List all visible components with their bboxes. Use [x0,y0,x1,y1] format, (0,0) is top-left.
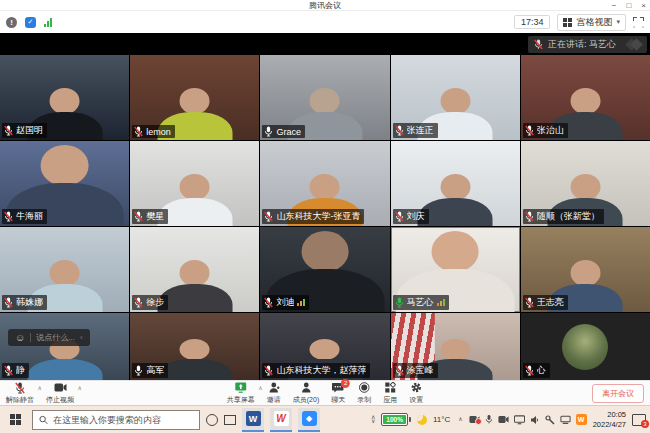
participant-tile[interactable]: Grace [260,55,389,140]
members-label: 成员(20) [293,395,319,405]
taskbar-app-word[interactable]: W [242,408,264,432]
unmute-label: 解除静音 [6,395,34,405]
weather-moon-icon[interactable] [417,415,427,425]
hidden-icons-chevron[interactable]: ∧ [458,418,462,422]
tencent-meeting-window: 腾讯会议 − □ × ! ✓ 17:34 宫格视图 ▾ [0,0,650,433]
display-tray-icon[interactable] [514,415,525,425]
quick-chat-overlay[interactable]: ☺ 说点什么... ‹ [8,329,90,346]
task-view-icon [224,415,236,425]
camera-tray-icon[interactable] [498,415,509,424]
participant-name: 马艺心 [407,296,434,309]
mic-tray-icon[interactable] [485,414,493,425]
search-icon [39,415,48,425]
taskbar-search[interactable] [32,410,200,430]
participant-name: 樊星 [146,210,164,223]
word-icon: W [246,411,261,426]
camera-options-chevron[interactable]: ∧ [78,384,82,391]
wps-cloud-tray-icon[interactable]: W [576,414,587,425]
participant-tile[interactable]: lemon [130,55,259,140]
participant-tile[interactable]: 徐步 [130,227,259,312]
battery-indicator[interactable]: 100% [381,413,411,426]
search-input[interactable] [53,415,193,425]
share-options-chevron[interactable]: ∧ [258,384,262,391]
scroll-chevrons-icon[interactable]: ∧∨ [371,416,375,423]
participant-name: 刘庆 [407,210,425,223]
participant-name: 山东科技大学-张亚青 [276,210,360,223]
meeting-top-toolbar: ! ✓ 17:34 宫格视图 ▾ [0,11,650,33]
temperature-label[interactable]: 11°C [433,415,450,424]
participant-tile[interactable]: 心 [521,313,650,380]
maximize-button[interactable]: □ [626,2,631,10]
chat-icon: 2 [332,382,344,394]
participant-tile[interactable]: 马艺心 [391,227,520,312]
members-button[interactable]: 成员(20) [293,382,319,405]
layout-switcher-label: 宫格视图 [576,16,612,29]
participant-video-placeholder [157,177,232,226]
name-label-bar: 王志亮 [523,295,568,310]
task-view-button[interactable] [224,409,236,431]
participant-tile[interactable]: 王志亮 [521,227,650,312]
taskbar-app-wps[interactable]: W [270,408,292,432]
participant-name: 心 [537,364,546,377]
participant-tile[interactable]: 樊星 [130,141,259,226]
participant-tile[interactable]: 刘迪 [260,227,389,312]
participant-tile[interactable]: 高军 [130,313,259,380]
close-button[interactable]: × [641,2,646,10]
action-center-button[interactable]: 3 [632,414,646,426]
leave-meeting-button[interactable]: 离开会议 [592,384,644,403]
settings-button[interactable]: 设置 [409,382,423,405]
minimize-button[interactable]: − [612,2,617,10]
meeting-actions-group: 共享屏幕 ∧ 邀请 [227,382,423,405]
participant-tile[interactable]: 刘庆 [391,141,520,226]
meeting-logo-watermark-icon [627,40,641,49]
mic-options-chevron[interactable]: ∧ [38,384,42,391]
view-controls-group: 17:34 宫格视图 ▾ [514,14,644,31]
record-icon [359,382,370,394]
chat-button[interactable]: 2 聊天 [331,382,345,405]
apps-label: 应用 [383,395,397,405]
participant-tile[interactable]: 随顺（张新堂） [521,141,650,226]
name-label-bar: lemon [132,125,175,138]
participant-tile[interactable]: 韩姝娜 [0,227,129,312]
record-label: 录制 [357,395,371,405]
protection-icon[interactable]: ✓ [25,17,36,28]
mic-status-icon [4,297,13,308]
video-area: 正在讲话: 马艺心 赵国明 [0,33,650,380]
video-grid: 赵国明 lemon [0,55,650,380]
taskbar-clock[interactable]: 20:05 2022/4/27 [593,410,626,429]
unmute-button[interactable]: 解除静音 ∧ [6,382,34,405]
participant-tile[interactable]: 山东科技大学，赵萍萍 [260,313,389,380]
participant-tile[interactable]: 赵国明 [0,55,129,140]
apps-button[interactable]: 应用 [383,382,397,405]
network-tray-icon[interactable] [560,415,571,425]
share-screen-button[interactable]: 共享屏幕 ∧ [227,382,255,405]
participant-tile[interactable]: ☺ 说点什么... ‹ 静 [0,313,129,380]
taskbar-app-meeting[interactable]: ◆ [298,408,320,432]
participant-tile[interactable]: 牛海丽 [0,141,129,226]
meeting-info-icon[interactable]: ! [6,17,17,28]
start-button[interactable] [4,409,26,431]
battery-percent: 100% [383,415,406,424]
participant-tile[interactable]: 张连正 [391,55,520,140]
clock-time: 20:05 [593,410,626,419]
speaker-tray-icon[interactable] [530,415,540,425]
record-button[interactable]: 录制 [357,382,371,405]
tools-tray-icon[interactable] [545,415,555,425]
mic-status-icon [525,365,534,376]
name-label-bar: 心 [523,363,550,378]
cortana-button[interactable] [206,409,218,431]
name-label-bar: 高军 [132,363,168,378]
collapse-arrow-icon[interactable]: ‹ [80,333,83,342]
name-label-bar: 韩姝娜 [2,295,47,310]
network-status-icon[interactable] [44,18,52,27]
mic-status-icon [4,365,13,376]
layout-switcher[interactable]: 宫格视图 ▾ [557,14,626,31]
window-controls: − □ × [612,0,646,11]
participant-tile[interactable]: 涂宝峰 [391,313,520,380]
meeting-tray-icon[interactable] [469,415,480,424]
invite-button[interactable]: 邀请 [267,382,281,405]
stop-video-button[interactable]: 停止视频 ∧ [46,382,74,405]
participant-tile[interactable]: 山东科技大学-张亚青 [260,141,389,226]
fullscreen-icon[interactable] [633,17,644,28]
participant-tile[interactable]: 张治山 [521,55,650,140]
